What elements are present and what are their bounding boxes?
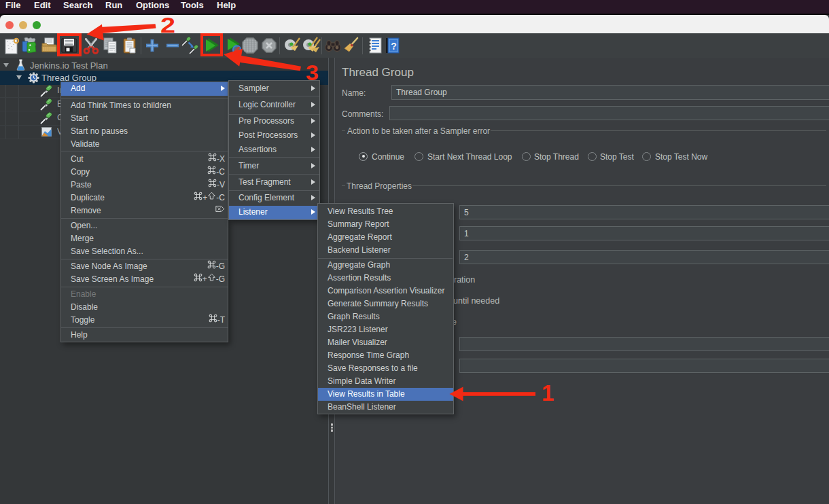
svg-text:?: ? (391, 41, 397, 52)
